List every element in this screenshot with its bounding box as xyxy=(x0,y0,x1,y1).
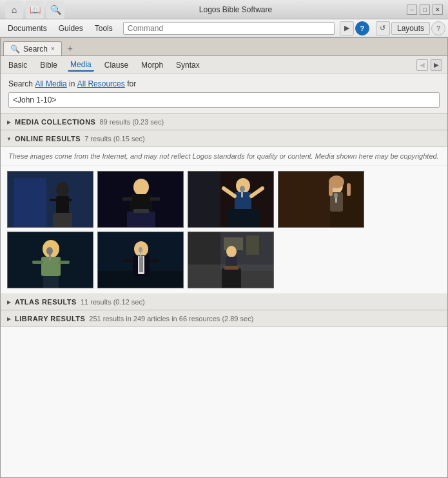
tab-clause[interactable]: Clause xyxy=(102,59,131,71)
svg-rect-1 xyxy=(14,178,46,228)
image-grid xyxy=(1,166,447,294)
svg-point-31 xyxy=(334,193,338,198)
online-results-count: 7 results (0.15 sec) xyxy=(84,135,145,143)
help-icon[interactable]: ? xyxy=(355,21,369,35)
documents-menu[interactable]: Documents xyxy=(3,22,52,35)
home-icon[interactable]: ⌂ xyxy=(5,1,23,19)
search-toolbar-icon[interactable]: 🔍 xyxy=(46,1,64,19)
library-results-toggle-icon: ▶ xyxy=(6,315,12,322)
search-input[interactable] xyxy=(8,92,440,108)
media-collections-toggle-icon: ▶ xyxy=(6,119,12,125)
tab-media[interactable]: Media xyxy=(68,59,94,72)
svg-point-55 xyxy=(226,246,237,257)
online-results-body: These images come from the Internet, and… xyxy=(1,147,447,294)
close-button[interactable]: ✕ xyxy=(433,5,443,15)
media-thumb-3[interactable] xyxy=(188,171,274,228)
nav-arrows: ◀ ▶ xyxy=(416,59,442,71)
online-results-title: ONLINE RESULTS xyxy=(15,135,81,143)
book-icon[interactable]: 📖 xyxy=(26,1,44,19)
svg-rect-15 xyxy=(188,172,220,228)
online-results-section-header[interactable]: ▼ ONLINE RESULTS 7 results (0.15 sec) xyxy=(1,130,447,147)
svg-rect-12 xyxy=(127,212,155,228)
svg-rect-35 xyxy=(32,261,43,264)
library-results-title: LIBRARY RESULTS xyxy=(15,315,85,323)
media-thumb-2[interactable] xyxy=(97,171,184,228)
svg-point-49 xyxy=(139,247,142,252)
title-bar: ⌂ 📖 🔍 Logos Bible Software – □ ✕ xyxy=(0,0,448,19)
online-results-toggle-icon: ▼ xyxy=(6,135,12,142)
app-title: Logos Bible Software xyxy=(64,5,407,14)
for-label: for xyxy=(127,79,136,88)
media-thumb-7[interactable] xyxy=(188,232,274,288)
svg-point-38 xyxy=(46,247,53,255)
new-tab-button[interactable]: + xyxy=(64,43,76,54)
library-results-count: 251 results in 249 articles in 66 resour… xyxy=(89,315,253,323)
tab-search-icon: 🔍 xyxy=(10,45,20,54)
svg-rect-39 xyxy=(43,276,59,288)
atlas-results-section[interactable]: ▶ ATLAS RESULTS 11 results (0.12 sec) xyxy=(1,294,447,310)
minimize-button[interactable]: – xyxy=(407,5,417,15)
tab-bar: 🔍 Search × + xyxy=(1,38,447,56)
search-area: Search All Media in All Resources for xyxy=(1,74,447,114)
media-thumb-6[interactable] xyxy=(97,232,184,288)
atlas-results-toggle-icon: ▶ xyxy=(6,299,12,305)
guides-menu[interactable]: Guides xyxy=(54,22,88,35)
svg-rect-4 xyxy=(50,199,57,201)
tab-label: Search xyxy=(23,45,48,54)
forward-icon[interactable]: ▶ xyxy=(340,21,354,35)
svg-rect-6 xyxy=(53,213,72,228)
atlas-results-title: ATLAS RESULTS xyxy=(15,298,77,306)
svg-rect-20 xyxy=(227,209,259,228)
media-collections-title: MEDIA COLLECTIONS xyxy=(15,118,95,126)
svg-rect-57 xyxy=(222,268,241,288)
document-panel: 🔍 Search × + Basic Bible Media Clause Mo… xyxy=(0,37,448,478)
svg-rect-45 xyxy=(139,256,143,272)
restore-button[interactable]: □ xyxy=(420,5,430,15)
svg-rect-58 xyxy=(224,266,239,270)
svg-rect-10 xyxy=(122,197,132,201)
online-notice: These images come from the Internet, and… xyxy=(1,147,447,166)
window-controls: – □ ✕ xyxy=(407,5,443,15)
nav-forward-button[interactable]: ▶ xyxy=(431,59,442,71)
svg-rect-36 xyxy=(59,261,70,264)
svg-rect-13 xyxy=(133,209,149,213)
svg-point-2 xyxy=(56,182,69,197)
tab-close-button[interactable]: × xyxy=(51,46,55,52)
media-collections-section[interactable]: ▶ MEDIA COLLECTIONS 89 results (0.23 sec… xyxy=(1,114,447,130)
svg-rect-29 xyxy=(347,183,351,196)
svg-rect-28 xyxy=(329,183,333,196)
sub-tab-bar: Basic Bible Media Clause Morph Syntax ◀ … xyxy=(1,56,447,74)
nav-back-button[interactable]: ◀ xyxy=(416,59,428,71)
menu-bar: Documents Guides Tools ▶ ? ↺ Layouts ? xyxy=(0,19,448,37)
in-label: in xyxy=(69,79,75,88)
all-resources-link[interactable]: All Resources xyxy=(77,79,125,88)
media-thumb-1[interactable] xyxy=(7,171,93,228)
layouts-button[interactable]: Layouts xyxy=(391,22,430,35)
svg-rect-46 xyxy=(124,259,134,262)
refresh-icon[interactable]: ↺ xyxy=(376,21,390,35)
search-tab[interactable]: 🔍 Search × xyxy=(3,41,62,55)
tools-menu[interactable]: Tools xyxy=(90,22,118,35)
media-thumb-4[interactable] xyxy=(278,171,364,228)
tab-morph[interactable]: Morph xyxy=(139,59,166,71)
search-label-row: Search All Media in All Resources for xyxy=(8,79,440,88)
all-media-link[interactable]: All Media xyxy=(35,79,66,88)
tab-bible[interactable]: Bible xyxy=(37,59,60,71)
svg-point-22 xyxy=(240,186,245,192)
results-area: ▶ MEDIA COLLECTIONS 89 results (0.23 sec… xyxy=(1,114,447,477)
svg-rect-54 xyxy=(246,235,259,255)
layouts-help-icon[interactable]: ? xyxy=(431,21,445,35)
tab-syntax[interactable]: Syntax xyxy=(173,59,202,71)
media-thumb-5[interactable] xyxy=(7,232,93,288)
svg-rect-24 xyxy=(278,172,330,228)
library-results-section[interactable]: ▶ LIBRARY RESULTS 251 results in 249 art… xyxy=(1,310,447,327)
tab-basic[interactable]: Basic xyxy=(6,59,30,71)
command-input[interactable] xyxy=(123,22,335,35)
atlas-results-count: 11 results (0.12 sec) xyxy=(81,298,145,306)
app-area: 🔍 Search × + Basic Bible Media Clause Mo… xyxy=(0,37,448,478)
svg-point-8 xyxy=(133,179,149,195)
media-collections-count: 89 results (0.23 sec) xyxy=(99,118,164,126)
svg-rect-47 xyxy=(148,259,159,262)
search-prefix-label: Search xyxy=(8,79,33,88)
svg-rect-5 xyxy=(64,199,72,201)
